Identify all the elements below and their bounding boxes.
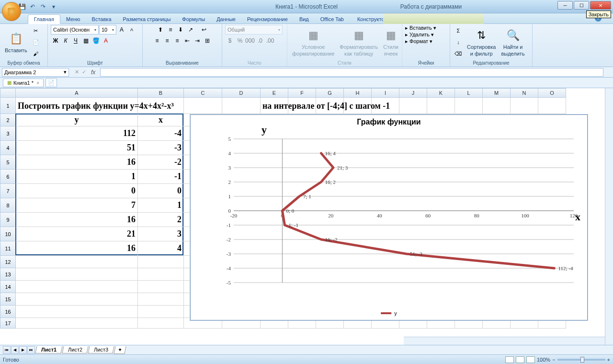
row-header-5[interactable]: 5 xyxy=(0,155,16,170)
col-header-B[interactable]: B xyxy=(138,88,184,98)
cell[interactable]: -3 xyxy=(138,141,184,155)
decrease-decimal-icon[interactable]: .00 xyxy=(265,36,275,46)
cell[interactable] xyxy=(138,256,184,268)
cell[interactable] xyxy=(138,293,184,306)
fill-color-icon[interactable]: 🪣 xyxy=(91,36,101,46)
col-header-O[interactable]: O xyxy=(538,88,566,98)
cell[interactable]: 7 xyxy=(16,198,138,213)
copy-icon[interactable]: 📄 xyxy=(31,37,41,47)
tab-page-layout[interactable]: Разметка страницы xyxy=(117,15,177,23)
cell[interactable]: 3 xyxy=(138,227,184,241)
close-tab-icon[interactable]: × xyxy=(36,80,39,86)
cell[interactable]: 16 xyxy=(16,155,138,170)
sheet-tab-1[interactable]: Лист1 xyxy=(35,346,62,353)
new-tab-button[interactable]: 📄 xyxy=(45,78,57,87)
decrease-indent-icon[interactable]: ⇤ xyxy=(182,36,192,46)
font-color-icon[interactable]: A xyxy=(101,36,111,46)
row-header-10[interactable]: 10 xyxy=(0,227,16,241)
fill-icon[interactable]: ↓ xyxy=(453,37,464,47)
next-sheet-icon[interactable]: ▶ xyxy=(19,346,27,354)
find-select-button[interactable]: 🔍Найти ивыделить xyxy=(499,27,526,57)
borders-icon[interactable]: ▦ xyxy=(81,36,91,46)
row-header-1[interactable]: 1 xyxy=(0,98,16,114)
underline-button[interactable]: Ч xyxy=(71,36,80,46)
row-header-9[interactable]: 9 xyxy=(0,213,16,227)
cell[interactable]: 112 xyxy=(16,126,138,141)
cell[interactable]: 16 xyxy=(16,241,138,256)
cell[interactable] xyxy=(538,98,566,114)
name-box[interactable]: Диаграмма 2▾ xyxy=(2,68,69,77)
page-layout-view-icon[interactable] xyxy=(516,356,524,363)
cell[interactable]: 0 xyxy=(16,184,138,198)
cell[interactable]: -2 xyxy=(138,155,184,170)
align-left-icon[interactable]: ≡ xyxy=(152,36,162,46)
col-header-K[interactable]: K xyxy=(427,88,455,98)
tab-review[interactable]: Рецензирование xyxy=(241,15,294,23)
col-header-I[interactable]: I xyxy=(372,88,399,98)
row-header-2[interactable]: 2 xyxy=(0,114,16,126)
tab-data[interactable]: Данные xyxy=(211,15,241,23)
cell[interactable]: 4 xyxy=(138,241,184,256)
increase-indent-icon[interactable]: ⇥ xyxy=(193,36,202,46)
paste-button[interactable]: 📋 Вставить xyxy=(3,30,29,54)
row-header-7[interactable]: 7 xyxy=(0,184,16,198)
delete-cells-button[interactable]: ▸ Удалить ▾ xyxy=(405,32,447,38)
zoom-slider[interactable] xyxy=(557,359,605,361)
cell[interactable]: 1 xyxy=(138,198,184,213)
wrap-text-icon[interactable]: ↩ xyxy=(199,25,209,34)
office-button[interactable] xyxy=(2,2,21,21)
conditional-format-button[interactable]: ▦Условноеформатирование xyxy=(290,27,336,57)
col-header-D[interactable]: D xyxy=(222,88,261,98)
normal-view-icon[interactable] xyxy=(505,356,514,363)
col-header-G[interactable]: G xyxy=(316,88,344,98)
maximize-button[interactable]: ☐ xyxy=(574,1,589,10)
formula-input[interactable] xyxy=(100,68,603,77)
autosum-icon[interactable]: Σ xyxy=(453,25,464,36)
percent-icon[interactable]: % xyxy=(235,36,245,46)
tab-menu[interactable]: Меню xyxy=(60,15,86,23)
col-header-N[interactable]: N xyxy=(511,88,538,98)
cell[interactable]: 16 xyxy=(16,213,138,227)
orientation-icon[interactable]: ↗ xyxy=(186,25,195,34)
cell[interactable] xyxy=(138,268,184,281)
row-header-17[interactable]: 17 xyxy=(0,318,16,329)
col-header-J[interactable]: J xyxy=(399,88,427,98)
cell[interactable] xyxy=(16,293,138,306)
row-header-12[interactable]: 12 xyxy=(0,256,16,268)
increase-font-icon[interactable]: A xyxy=(117,25,126,34)
first-sheet-icon[interactable]: ⏮ xyxy=(3,346,11,354)
cell[interactable] xyxy=(16,306,138,318)
italic-button[interactable]: К xyxy=(61,36,70,46)
redo-icon[interactable]: ↷ xyxy=(38,2,48,11)
col-header-L[interactable]: L xyxy=(455,88,483,98)
align-right-icon[interactable]: ≡ xyxy=(172,36,182,46)
tab-office-tab[interactable]: Office Tab xyxy=(315,15,350,23)
select-all-corner[interactable] xyxy=(0,88,16,98)
close-button[interactable]: ✕ xyxy=(590,1,611,10)
row-header-4[interactable]: 4 xyxy=(0,141,16,155)
clear-icon[interactable]: ⌫ xyxy=(453,48,464,59)
col-header-A[interactable]: A xyxy=(16,88,138,98)
cell[interactable] xyxy=(16,268,138,281)
enter-icon[interactable]: ✓ xyxy=(82,69,86,75)
cell[interactable]: x xyxy=(138,114,184,126)
decrease-font-icon[interactable]: A xyxy=(127,25,136,34)
col-header-H[interactable]: H xyxy=(344,88,372,98)
comma-icon[interactable]: 000 xyxy=(245,36,255,46)
plot-area[interactable]: -5-4-3-2-1012345-2002040608010012016; 42… xyxy=(210,134,579,292)
merge-icon[interactable]: ⊞ xyxy=(203,36,212,46)
page-break-view-icon[interactable] xyxy=(526,356,535,363)
sheet-tab-3[interactable]: Лист3 xyxy=(88,346,114,353)
minimize-button[interactable]: ─ xyxy=(557,1,573,10)
col-header-F[interactable]: F xyxy=(288,88,316,98)
row-header-11[interactable]: 11 xyxy=(0,241,16,256)
font-size-combo[interactable]: 10▾ xyxy=(99,25,116,34)
cell[interactable]: 0 xyxy=(138,184,184,198)
cell[interactable] xyxy=(138,306,184,318)
worksheet-grid[interactable]: ABCDEFGHIJKLMNO 123456789101112131415161… xyxy=(0,88,613,349)
cell[interactable]: -4 xyxy=(138,126,184,141)
cut-icon[interactable]: ✂ xyxy=(31,25,41,36)
cell[interactable]: 51 xyxy=(16,141,138,155)
qat-more-icon[interactable]: ▾ xyxy=(49,2,58,11)
align-center-icon[interactable]: ≡ xyxy=(162,36,172,46)
